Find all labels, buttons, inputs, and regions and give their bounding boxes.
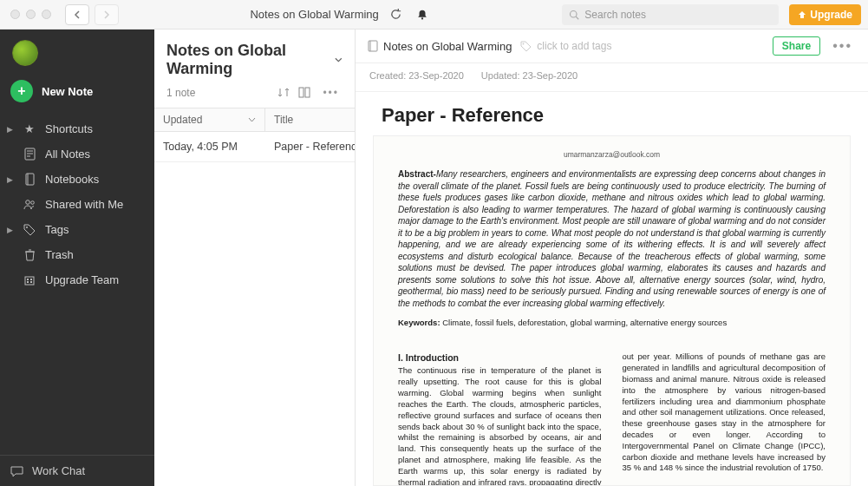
chevron-down-icon — [248, 117, 256, 123]
sidebar: + New Note ▶ ★ Shortcuts All Notes ▶ Not — [0, 30, 154, 486]
svg-point-0 — [421, 17, 423, 19]
close-window-icon[interactable] — [10, 10, 20, 19]
column-header-updated[interactable]: Updated — [154, 108, 265, 131]
chevron-down-icon — [335, 56, 343, 63]
notebook-title-dropdown[interactable]: Notes on Global Warming — [166, 42, 343, 78]
svg-point-1 — [571, 10, 578, 17]
work-chat-button[interactable]: Work Chat — [0, 455, 154, 486]
sidebar-item-label: Tags — [45, 223, 69, 236]
updated-date: Updated: 23-Sep-2020 — [481, 70, 578, 81]
upgrade-button[interactable]: Upgrade — [789, 4, 861, 25]
svg-line-2 — [577, 16, 579, 19]
share-button[interactable]: Share — [773, 36, 820, 56]
sync-icon[interactable] — [388, 6, 405, 23]
sidebar-item-label: Notebooks — [45, 173, 99, 186]
search-icon — [569, 10, 579, 20]
svg-rect-20 — [305, 88, 310, 97]
plus-icon: + — [10, 80, 33, 102]
account-avatar[interactable] — [12, 40, 38, 66]
sort-button[interactable] — [277, 87, 290, 99]
search-input[interactable]: Search notes — [562, 4, 779, 25]
star-icon: ★ — [23, 122, 36, 135]
abstract-label: Abstract- — [398, 169, 436, 179]
forward-button[interactable] — [95, 4, 119, 25]
sidebar-item-tags[interactable]: ▶ Tags — [0, 217, 154, 242]
add-tags-field[interactable]: click to add tags — [520, 40, 611, 52]
tag-icon — [520, 41, 532, 52]
tag-icon — [23, 224, 36, 236]
note-title-editor[interactable]: Paper - Reference — [356, 92, 868, 135]
minimize-window-icon[interactable] — [26, 10, 36, 19]
people-icon — [23, 199, 36, 210]
sidebar-item-trash[interactable]: Trash — [0, 242, 154, 267]
notebook-icon — [368, 40, 378, 52]
list-column-headers: Updated Title — [154, 108, 355, 132]
svg-rect-15 — [27, 279, 29, 280]
more-options-button[interactable]: ••• — [319, 87, 343, 99]
svg-rect-16 — [30, 279, 32, 280]
chevron-right-icon: ▶ — [7, 226, 14, 234]
sidebar-item-label: All Notes — [45, 148, 90, 161]
note-detail-panel: Notes on Global Warming click to add tag… — [356, 30, 868, 486]
note-more-options-button[interactable]: ••• — [829, 38, 856, 54]
sidebar-item-all-notes[interactable]: All Notes — [0, 141, 154, 167]
new-note-label: New Note — [42, 85, 93, 98]
team-icon — [23, 274, 36, 286]
note-list-panel: Notes on Global Warming 1 note ••• Updat… — [154, 30, 356, 486]
upgrade-label: Upgrade — [810, 9, 852, 21]
created-date: Created: 23-Sep-2020 — [369, 70, 464, 81]
chat-icon — [10, 465, 23, 477]
paper-heading-intro: I. Introduction — [398, 351, 602, 364]
new-note-button[interactable]: + New Note — [10, 80, 144, 102]
note-row[interactable]: Today, 4:05 PM Paper - Reference — [154, 132, 355, 162]
paper-intro-text: The continuous rise in temperature of th… — [398, 365, 602, 486]
column-header-label: Updated — [163, 114, 202, 126]
svg-rect-17 — [27, 281, 29, 283]
column-header-title[interactable]: Title — [265, 108, 355, 131]
window-controls — [7, 10, 60, 19]
sidebar-item-label: Trash — [45, 248, 74, 261]
sidebar-item-shortcuts[interactable]: ▶ ★ Shortcuts — [0, 116, 154, 141]
breadcrumb-label: Notes on Global Warming — [383, 40, 512, 53]
notebook-title: Notes on Global Warming — [166, 42, 331, 78]
upgrade-arrow-icon — [798, 10, 806, 19]
paper-keywords: Keywords: Climate, fossil fuels, defores… — [398, 318, 826, 329]
window-title: Notes on Global Warming — [250, 8, 378, 21]
note-meta: Created: 23-Sep-2020 Updated: 23-Sep-202… — [356, 63, 868, 92]
sidebar-item-upgrade-team[interactable]: Upgrade Team — [0, 267, 154, 292]
chevron-right-icon: ▶ — [7, 175, 14, 184]
note-body[interactable]: umarmanzarza@outlook.com Abstract-Many r… — [373, 135, 851, 486]
book-icon — [23, 173, 36, 186]
svg-point-23 — [523, 43, 525, 44]
paper-col2-text: out per year. Millions of pounds of meth… — [623, 351, 826, 472]
keywords-label: Keywords: — [398, 318, 441, 327]
sidebar-item-label: Upgrade Team — [45, 273, 119, 286]
svg-rect-14 — [25, 277, 34, 285]
column-header-label: Title — [274, 114, 293, 126]
sidebar-item-notebooks[interactable]: ▶ Notebooks — [0, 167, 154, 192]
maximize-window-icon[interactable] — [42, 10, 51, 19]
abstract-text: Many researchers, engineers and environm… — [398, 169, 826, 308]
paper-column-1: I. Introduction The continuous rise in t… — [398, 351, 602, 486]
view-toggle-button[interactable] — [298, 87, 310, 99]
svg-point-9 — [25, 200, 29, 205]
svg-rect-18 — [30, 281, 32, 283]
paper-column-2: out per year. Millions of pounds of meth… — [623, 351, 826, 486]
back-button[interactable] — [65, 4, 89, 25]
notifications-icon[interactable] — [414, 6, 431, 23]
note-breadcrumb[interactable]: Notes on Global Warming — [368, 40, 512, 53]
svg-rect-19 — [299, 88, 303, 97]
svg-point-10 — [30, 201, 34, 205]
sidebar-item-label: Shortcuts — [45, 122, 93, 135]
svg-rect-7 — [26, 174, 34, 185]
sidebar-item-shared[interactable]: Shared with Me — [0, 192, 154, 217]
tag-placeholder: click to add tags — [537, 40, 611, 52]
note-icon — [23, 148, 36, 161]
note-title: Paper - Reference — [265, 132, 355, 161]
search-placeholder: Search notes — [584, 9, 646, 21]
note-updated: Today, 4:05 PM — [154, 132, 265, 161]
note-count: 1 note — [166, 87, 195, 99]
chevron-right-icon: ▶ — [7, 125, 14, 134]
paper-abstract: Abstract-Many researchers, engineers and… — [398, 168, 826, 309]
svg-point-11 — [26, 227, 28, 228]
